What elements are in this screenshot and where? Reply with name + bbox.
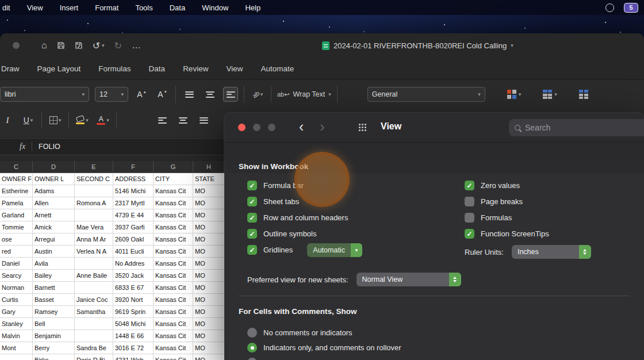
format-as-table-button[interactable]: ▾ <box>543 90 557 99</box>
align-left-button[interactable] <box>155 113 170 128</box>
column-header[interactable]: C <box>0 161 33 173</box>
more-commands-icon[interactable]: … <box>132 40 141 51</box>
sheet-cell[interactable]: Kansas Cit <box>154 282 193 294</box>
radio-button[interactable] <box>247 343 257 353</box>
sheet-cell[interactable]: MO <box>193 270 225 282</box>
sheet-cell[interactable]: 2609 Oakl <box>113 233 154 246</box>
sheet-cell[interactable] <box>75 318 113 330</box>
sheet-cell[interactable]: 9619 Sprin <box>113 306 154 318</box>
sheet-cell[interactable]: 3520 Jack <box>113 270 154 282</box>
sheet-cell[interactable]: MO <box>193 354 225 360</box>
sheet-cell[interactable]: Kansas Cit <box>154 246 193 258</box>
fill-color-button[interactable]: ▾ <box>75 113 90 128</box>
sheet-cell[interactable]: Bailey <box>33 270 75 282</box>
sheet-cell[interactable]: ADDRESS <box>113 173 154 185</box>
font-name-combo[interactable]: libri ▾ <box>0 87 89 102</box>
sheet-cell[interactable]: No Addres <box>113 258 154 270</box>
sheet-cell[interactable]: Estherine <box>0 185 33 197</box>
sheet-cell[interactable] <box>75 330 113 342</box>
redo-button[interactable]: ↻ <box>114 40 122 51</box>
sheet-cell[interactable]: Daniel <box>0 258 33 270</box>
sheet-cell[interactable]: Kansas Cit <box>154 342 193 354</box>
checkbox[interactable]: ✓ <box>465 181 474 190</box>
preferred-view-dropdown[interactable]: Normal View <box>356 273 461 286</box>
checkbox[interactable]: ✓ <box>247 245 257 255</box>
wrap-text-button[interactable]: ab↩ Wrap Text ▾ <box>277 90 331 98</box>
column-header[interactable]: D <box>33 161 75 173</box>
sheet-cell[interactable]: MO <box>193 282 225 294</box>
increase-font-size-button[interactable]: A▴ <box>134 87 149 102</box>
font-color-button[interactable]: A ▾ <box>95 113 110 128</box>
gridlines-color-dropdown[interactable]: Automatic▾ <box>307 243 362 257</box>
sheet-cell[interactable]: MO <box>193 294 225 306</box>
align-middle-button[interactable] <box>202 87 217 102</box>
sheet-cell[interactable] <box>75 282 113 294</box>
sheet-cell[interactable]: 3937 Garfi <box>113 221 154 233</box>
sheet-cell[interactable] <box>0 354 33 360</box>
sheet-cell[interactable]: 2317 Myrtl <box>113 197 154 209</box>
sheet-cell[interactable]: OWNER F <box>0 173 33 185</box>
sheet-cell[interactable]: Kansas Cit <box>154 209 193 221</box>
status-circle-icon[interactable] <box>605 3 614 12</box>
sheet-cell[interactable]: Stanley <box>0 318 33 330</box>
sheet-cell[interactable]: Adams <box>33 185 75 197</box>
ribbon-tab[interactable]: Draw <box>1 64 20 73</box>
save-icon[interactable] <box>57 41 65 49</box>
sheet-cell[interactable]: 1448 E 66 <box>113 330 154 342</box>
sheet-cell[interactable]: MO <box>193 258 225 270</box>
sheet-cell[interactable]: 6833 E 67 <box>113 282 154 294</box>
align-center-button[interactable] <box>175 113 190 128</box>
sheet-cell[interactable]: Arnett <box>33 209 75 221</box>
sheet-cell[interactable]: Barnett <box>33 282 75 294</box>
close-button[interactable] <box>238 124 246 131</box>
sheet-cell[interactable]: Kansas Cit <box>154 185 193 197</box>
number-format-combo[interactable]: General ▾ <box>367 87 485 102</box>
sheet-cell[interactable]: Kansas Cit <box>154 270 193 282</box>
ribbon-tab[interactable]: Formulas <box>98 64 131 73</box>
sheet-cell[interactable]: Anne Baile <box>75 270 113 282</box>
checkbox[interactable] <box>465 197 474 206</box>
zoom-button[interactable] <box>268 124 275 131</box>
ribbon-tab[interactable]: Automate <box>260 64 294 73</box>
menu-item[interactable]: Insert <box>60 3 79 12</box>
sheet-cell[interactable]: Norman <box>0 282 33 294</box>
underline-button[interactable]: U▾ <box>21 113 36 128</box>
menu-item[interactable]: Window <box>202 3 228 12</box>
sheet-cell[interactable]: Mae Vera <box>75 221 113 233</box>
home-icon[interactable]: ⌂ <box>41 40 47 51</box>
sheet-cell[interactable]: Garland <box>0 209 33 221</box>
sheet-cell[interactable]: Searcy <box>0 270 33 282</box>
column-header[interactable]: F <box>113 161 154 173</box>
sheet-cell[interactable]: MO <box>193 221 225 233</box>
sheet-cell[interactable]: Basset <box>33 294 75 306</box>
sheet-cell[interactable]: 3016 E 72 <box>113 342 154 354</box>
sheet-cell[interactable]: Kansas Cit <box>154 258 193 270</box>
sheet-cell[interactable]: Doris D Bi <box>75 354 113 360</box>
ruler-units-dropdown[interactable]: Inches <box>512 245 591 259</box>
align-right-button[interactable] <box>196 113 211 128</box>
sheet-cell[interactable]: Kansas Cit <box>154 354 193 360</box>
minimize-button[interactable] <box>253 124 260 131</box>
sheet-cell[interactable]: Samantha <box>75 306 113 318</box>
radio-button[interactable] <box>247 328 257 338</box>
cell-styles-button[interactable] <box>579 90 588 99</box>
sheet-cell[interactable]: MO <box>193 197 225 209</box>
checkbox[interactable]: ✓ <box>247 197 257 206</box>
sheet-cell[interactable]: MO <box>193 246 225 258</box>
sheet-cell[interactable]: Birks <box>33 354 75 360</box>
sheet-cell[interactable]: Allen <box>33 197 75 209</box>
sheet-cell[interactable]: Amick <box>33 221 75 233</box>
sheet-cell[interactable]: Pamela <box>0 197 33 209</box>
column-header[interactable]: G <box>154 161 193 173</box>
sheet-cell[interactable]: Avila <box>33 258 75 270</box>
sheet-cell[interactable]: Gary <box>0 306 33 318</box>
sheet-cell[interactable]: 4739 E 44 <box>113 209 154 221</box>
sheet-cell[interactable]: Mont <box>0 342 33 354</box>
sheet-cell[interactable]: Kansas Cit <box>154 306 193 318</box>
borders-button[interactable]: ▾ <box>48 113 63 128</box>
ribbon-tab[interactable]: View <box>226 64 243 73</box>
checkbox[interactable] <box>465 213 474 223</box>
sheet-cell[interactable]: red <box>0 246 33 258</box>
sheet-cell[interactable]: MO <box>193 233 225 246</box>
menu-badge[interactable]: 5 <box>624 3 638 13</box>
